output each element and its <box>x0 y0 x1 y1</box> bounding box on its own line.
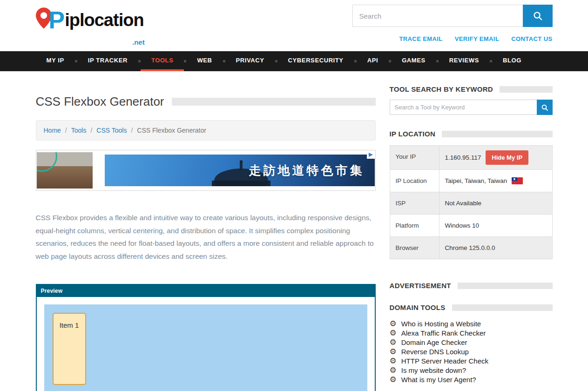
list-item: ⚙ Is my website down? <box>390 365 553 375</box>
nav-item-tools[interactable]: TOOLS <box>141 51 184 71</box>
row-label: ISP <box>390 192 439 214</box>
tool-search-input[interactable] <box>390 100 537 115</box>
domain-tool-link-http-header[interactable]: HTTP Server Header Check <box>401 357 488 365</box>
list-item: ⚙ Reverse DNS Lookup <box>390 347 553 356</box>
domain-tool-link-user-agent[interactable]: What is my User Agent? <box>401 376 476 384</box>
breadcrumb: Home / Tools / CSS Tools / CSS Flexbox G… <box>36 120 376 141</box>
row-label: Browser <box>390 237 439 259</box>
nav-item-reviews[interactable]: REVIEWS <box>439 51 490 71</box>
domain-tool-link-hosting[interactable]: Who is Hosting a Website <box>401 320 481 328</box>
gear-icon: ⚙ <box>390 320 397 328</box>
ad-photo-thumbnail <box>37 152 93 189</box>
advertisement-banner[interactable]: 走訪地道特色市集 <box>36 150 376 191</box>
nav-item-ip-tracker[interactable]: IP TRACKER <box>77 51 138 71</box>
title-decorative-bar <box>172 98 376 106</box>
nav-item-games[interactable]: GAMES <box>391 51 436 71</box>
row-label: Platform <box>390 215 439 236</box>
breadcrumb-separator: / <box>131 127 133 134</box>
ad-creative: 走訪地道特色市集 <box>105 155 375 186</box>
gear-icon: ⚙ <box>390 338 397 346</box>
ip-info-table: Your IP 1.160.95.117 Hide My IP IP Locat… <box>390 145 553 259</box>
browser-value: Chrome 125.0.0.0 <box>445 244 495 251</box>
heading-decorative-bar <box>500 86 553 93</box>
tool-search-form <box>390 100 553 115</box>
nav-item-cybersecurity[interactable]: CYBERSECURITY <box>277 51 354 71</box>
table-row: IP Location Taipei, Taiwan, Taiwan <box>390 170 552 192</box>
nav-item-blog[interactable]: BLOG <box>492 51 532 71</box>
heading-decorative-bar <box>442 131 552 137</box>
platform-value: Windows 10 <box>445 222 480 229</box>
list-item: ⚙ Domain Age Checker <box>390 337 553 347</box>
table-row: ISP Not Available <box>390 192 552 215</box>
logo[interactable]: P iplocation .net <box>36 7 144 42</box>
flexbox-preview-container: Item 1 <box>44 304 367 391</box>
logo-text: iplocation <box>65 7 143 34</box>
taiwan-flag-icon <box>512 177 523 184</box>
intro-paragraph: CSS Flexbox provides a flexible and intu… <box>36 211 376 263</box>
breadcrumb-home[interactable]: Home <box>44 127 61 134</box>
main-nav: MY IP IP TRACKER TOOLS WEB PRIVACY CYBER… <box>0 51 588 71</box>
header-links: TRACE EMAIL VERIFY EMAIL CONTACT US <box>352 35 553 42</box>
breadcrumb-tools[interactable]: Tools <box>71 127 87 134</box>
nav-item-my-ip[interactable]: MY IP <box>36 51 75 71</box>
tool-search-heading: TOOL SEARCH BY KEYWORD <box>390 85 553 93</box>
isp-value: Not Available <box>445 200 482 207</box>
gear-icon: ⚙ <box>390 329 397 337</box>
breadcrumb-css-tools[interactable]: CSS Tools <box>96 127 127 134</box>
row-label: IP Location <box>390 170 439 192</box>
gear-icon: ⚙ <box>390 376 397 384</box>
search-icon <box>541 104 548 111</box>
breadcrumb-current: CSS Flexbox Generator <box>137 127 206 134</box>
list-item: ⚙ What is my User Agent? <box>390 375 553 384</box>
trace-email-link[interactable]: TRACE EMAIL <box>399 35 442 42</box>
ad-headline: 走訪地道特色市集 <box>249 162 365 179</box>
gear-icon: ⚙ <box>390 357 397 365</box>
search-icon <box>533 11 543 21</box>
breadcrumb-separator: / <box>65 127 67 134</box>
logo-tld: .net <box>132 38 145 46</box>
list-item: ⚙ Who is Hosting a Website <box>390 319 553 328</box>
contact-us-link[interactable]: CONTACT US <box>511 35 552 42</box>
domain-tool-link-reverse-dns[interactable]: Reverse DNS Lookup <box>401 348 469 356</box>
sidebar: TOOL SEARCH BY KEYWORD IP LOCATION Your … <box>390 85 553 391</box>
page-title: CSS Flexbox Generator <box>36 94 164 109</box>
search-button[interactable] <box>523 5 553 27</box>
nav-item-privacy[interactable]: PRIVACY <box>225 51 275 71</box>
table-row: Browser Chrome 125.0.0.0 <box>390 237 552 259</box>
gear-icon: ⚙ <box>390 348 397 356</box>
nav-item-web[interactable]: WEB <box>186 51 223 71</box>
verify-email-link[interactable]: VERIFY EMAIL <box>455 35 500 42</box>
row-label: Your IP <box>390 146 439 169</box>
heading-decorative-bar <box>452 304 553 311</box>
domain-tools-list: ⚙ Who is Hosting a Website ⚙ Alexa Traff… <box>390 319 553 384</box>
header-search-form <box>352 5 553 27</box>
preview-panel: Preview Item 1 <box>36 284 376 391</box>
list-item: ⚙ HTTP Server Header Check <box>390 356 553 365</box>
search-input[interactable] <box>352 5 523 27</box>
domain-tool-link-website-down[interactable]: Is my website down? <box>401 366 466 374</box>
preview-panel-header: Preview <box>37 285 375 297</box>
site-header: P iplocation .net TRACE EMAIL VERIFY EMA… <box>0 0 588 51</box>
preview-body: Item 1 <box>37 297 375 391</box>
table-row: Platform Windows 10 <box>390 215 552 237</box>
adchoices-icon[interactable] <box>367 151 375 159</box>
your-ip-value: 1.160.95.117 <box>445 154 481 161</box>
domain-tool-link-domain-age[interactable]: Domain Age Checker <box>401 338 467 346</box>
heading-decorative-bar <box>458 283 553 289</box>
flexbox-preview-item: Item 1 <box>53 313 86 385</box>
domain-tools-heading: DOMAIN TOOLS <box>390 303 553 311</box>
advertisement-heading: ADVERTISEMENT <box>390 282 553 290</box>
table-row: Your IP 1.160.95.117 Hide My IP <box>390 146 552 170</box>
domain-tool-link-alexa-rank[interactable]: Alexa Traffic Rank Checker <box>401 329 486 337</box>
main-content: CSS Flexbox Generator Home / Tools / CSS… <box>36 85 376 391</box>
hide-my-ip-button[interactable]: Hide My IP <box>486 150 528 165</box>
nav-item-api[interactable]: API <box>357 51 389 71</box>
gear-icon: ⚙ <box>390 366 397 374</box>
tool-search-button[interactable] <box>537 100 553 115</box>
breadcrumb-separator: / <box>90 127 92 134</box>
logo-monogram: P <box>49 7 65 34</box>
list-item: ⚙ Alexa Traffic Rank Checker <box>390 328 553 337</box>
ip-location-heading: IP LOCATION <box>390 130 553 138</box>
ip-location-value: Taipei, Taiwan, Taiwan <box>445 177 507 184</box>
